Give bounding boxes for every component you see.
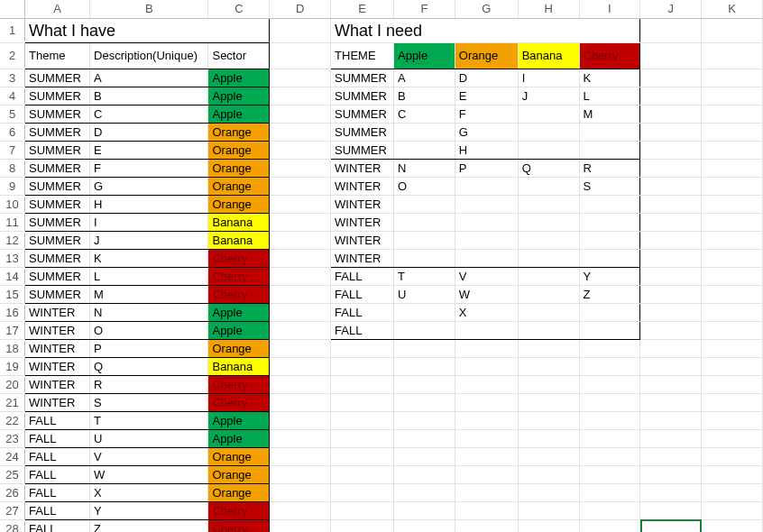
cell-H3[interactable]: I — [518, 69, 579, 87]
cell-G4[interactable]: E — [455, 87, 518, 105]
cell-G13[interactable] — [455, 249, 518, 267]
cell-D21[interactable] — [270, 393, 331, 411]
cell-J11[interactable] — [640, 213, 702, 231]
cell-J17[interactable] — [640, 321, 702, 339]
cell-D4[interactable] — [270, 87, 331, 105]
row-header-2[interactable]: 2 — [0, 42, 25, 69]
cell-A18[interactable]: WINTER — [25, 339, 90, 357]
title-left[interactable]: What I have — [25, 18, 270, 42]
cell-G11[interactable] — [455, 213, 518, 231]
cell-B18[interactable]: P — [90, 339, 208, 357]
cell-K12[interactable] — [702, 231, 763, 249]
cell-I28[interactable] — [579, 519, 640, 532]
cell-G21[interactable] — [455, 393, 518, 411]
cell-H12[interactable] — [518, 231, 579, 249]
cell-E28[interactable] — [331, 519, 394, 532]
cell-F4[interactable]: B — [393, 87, 455, 105]
spreadsheet-grid[interactable]: ABCDEFGHIJK1What I haveWhat I need2Theme… — [0, 0, 763, 532]
cell-E10[interactable]: WINTER — [331, 195, 394, 213]
cell-E18[interactable] — [331, 339, 394, 357]
cell-E2[interactable]: THEME — [331, 42, 394, 69]
cell-A26[interactable]: FALL — [25, 483, 90, 501]
cell-D6[interactable] — [270, 123, 331, 141]
cell-F6[interactable] — [393, 123, 455, 141]
cell-A9[interactable]: SUMMER — [25, 177, 90, 195]
row-header-17[interactable]: 17 — [0, 321, 25, 339]
cell-K28[interactable] — [702, 519, 763, 532]
cell-E23[interactable] — [331, 429, 394, 447]
cell-J16[interactable] — [640, 303, 702, 321]
cell-D26[interactable] — [270, 483, 331, 501]
cell-D14[interactable] — [270, 267, 331, 285]
cell-H11[interactable] — [518, 213, 579, 231]
cell-E6[interactable]: SUMMER — [331, 123, 394, 141]
cell-K23[interactable] — [702, 429, 763, 447]
cell-E24[interactable] — [331, 447, 394, 465]
cell-H8[interactable]: Q — [518, 159, 579, 177]
cell-D13[interactable] — [270, 249, 331, 267]
cell-A3[interactable]: SUMMER — [25, 69, 90, 87]
cell-I21[interactable] — [579, 393, 640, 411]
cell-E9[interactable]: WINTER — [331, 177, 394, 195]
cell-J25[interactable] — [640, 465, 702, 483]
cell-B14[interactable]: L — [90, 267, 208, 285]
cell-G22[interactable] — [455, 411, 518, 429]
cell-B27[interactable]: Y — [90, 501, 208, 519]
cell-H14[interactable] — [518, 267, 579, 285]
cell-B8[interactable]: F — [90, 159, 208, 177]
cell-G12[interactable] — [455, 231, 518, 249]
cell-E8[interactable]: WINTER — [331, 159, 394, 177]
cell-I20[interactable] — [579, 375, 640, 393]
cell-F2[interactable]: Apple — [393, 42, 455, 69]
cell-A15[interactable]: SUMMER — [25, 285, 90, 303]
cell-K10[interactable] — [702, 195, 763, 213]
cell-K2[interactable] — [702, 42, 763, 69]
col-header-K[interactable]: K — [702, 0, 763, 18]
cell-D8[interactable] — [270, 159, 331, 177]
cell-A5[interactable]: SUMMER — [25, 105, 90, 123]
cell-H26[interactable] — [518, 483, 579, 501]
cell-J18[interactable] — [640, 339, 702, 357]
cell-D19[interactable] — [270, 357, 331, 375]
cell-D27[interactable] — [270, 501, 331, 519]
cell-H17[interactable] — [518, 321, 579, 339]
cell-I16[interactable] — [579, 303, 640, 321]
cell-G24[interactable] — [455, 447, 518, 465]
cell-F24[interactable] — [393, 447, 455, 465]
cell-H6[interactable] — [518, 123, 579, 141]
cell-A7[interactable]: SUMMER — [25, 141, 90, 159]
cell-H7[interactable] — [518, 141, 579, 159]
cell-J10[interactable] — [640, 195, 702, 213]
cell-C11[interactable]: Banana — [208, 213, 270, 231]
cell-D17[interactable] — [270, 321, 331, 339]
cell-I17[interactable] — [579, 321, 640, 339]
cell-C6[interactable]: Orange — [208, 123, 270, 141]
col-header-J[interactable]: J — [640, 0, 702, 18]
row-header-27[interactable]: 27 — [0, 501, 25, 519]
cell-F16[interactable] — [393, 303, 455, 321]
row-header-9[interactable]: 9 — [0, 177, 25, 195]
cell-B7[interactable]: E — [90, 141, 208, 159]
cell-D9[interactable] — [270, 177, 331, 195]
cell-C14[interactable]: Cherry — [208, 267, 270, 285]
cell-E7[interactable]: SUMMER — [331, 141, 394, 159]
cell-A22[interactable]: FALL — [25, 411, 90, 429]
cell-B10[interactable]: H — [90, 195, 208, 213]
row-header-13[interactable]: 13 — [0, 249, 25, 267]
cell-J20[interactable] — [640, 375, 702, 393]
cell-C5[interactable]: Apple — [208, 105, 270, 123]
row-header-18[interactable]: 18 — [0, 339, 25, 357]
cell-J1[interactable] — [640, 18, 702, 42]
cell-D24[interactable] — [270, 447, 331, 465]
cell-I12[interactable] — [579, 231, 640, 249]
cell-C4[interactable]: Apple — [208, 87, 270, 105]
cell-E20[interactable] — [331, 375, 394, 393]
cell-G27[interactable] — [455, 501, 518, 519]
cell-K19[interactable] — [702, 357, 763, 375]
cell-D7[interactable] — [270, 141, 331, 159]
cell-C15[interactable]: Cherry — [208, 285, 270, 303]
row-header-5[interactable]: 5 — [0, 105, 25, 123]
cell-D25[interactable] — [270, 465, 331, 483]
cell-K9[interactable] — [702, 177, 763, 195]
col-header-G[interactable]: G — [455, 0, 518, 18]
